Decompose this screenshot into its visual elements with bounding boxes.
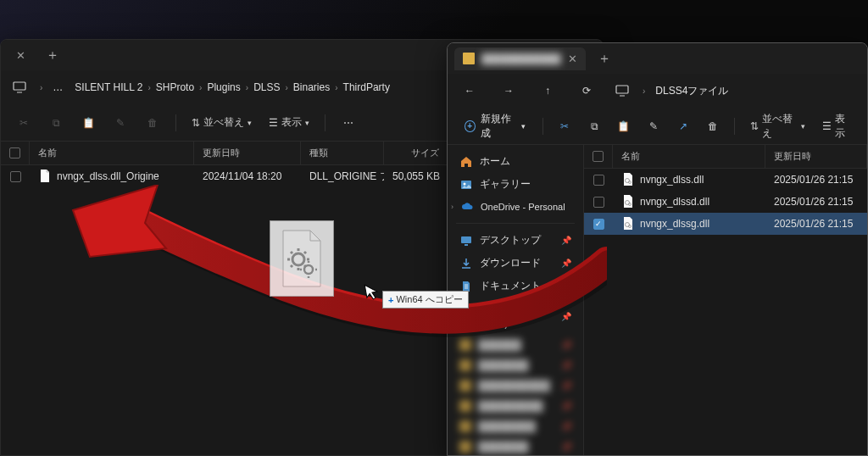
close-icon[interactable]: ✕ <box>16 49 25 62</box>
svg-rect-9 <box>461 314 470 316</box>
file-size: 50,055 KB <box>384 165 448 187</box>
row-checkbox[interactable] <box>10 171 21 182</box>
forward-button[interactable]: → <box>493 77 524 104</box>
sidebar-item-desktop[interactable]: デスクトップ 📌 <box>448 229 583 252</box>
sort-button[interactable]: ⇅ 並べ替え ▾ <box>185 110 259 135</box>
separator <box>325 114 326 131</box>
file-icon <box>38 170 52 183</box>
file-date: 2025/01/26 21:15 <box>765 191 867 213</box>
crumb-item[interactable]: Binaries <box>292 78 331 97</box>
paste-icon[interactable]: 📋 <box>74 112 103 134</box>
column-size[interactable]: サイズ <box>384 142 448 164</box>
cloud-icon <box>460 200 474 214</box>
sidebar-item-gallery[interactable]: ギャラリー <box>448 173 583 196</box>
svg-rect-2 <box>616 86 628 93</box>
disk-icon <box>459 309 471 323</box>
sort-button[interactable]: ⇅ 並べ替え ▾ <box>743 107 812 146</box>
tab-title: ████████████ <box>481 53 561 64</box>
sidebar-item-blurred[interactable]: ███████📌 <box>448 355 583 375</box>
up-button[interactable]: ↑ <box>532 77 563 104</box>
back-button[interactable]: ← <box>454 77 485 104</box>
sidebar-separator <box>456 223 575 224</box>
more-icon[interactable]: ⋯ <box>334 112 363 134</box>
rename-icon[interactable]: ✎ <box>106 112 135 134</box>
column-date[interactable]: 更新日時 <box>765 145 867 168</box>
content-area-right: ホーム ギャラリー › OneDrive - Personal <box>448 145 867 455</box>
column-name[interactable]: 名前 <box>30 142 194 164</box>
drag-preview <box>270 220 334 297</box>
file-date: 2025/01/26 21:15 <box>765 169 867 191</box>
copy-icon[interactable]: ⧉ <box>42 112 70 134</box>
row-checkbox[interactable]: ✓ <box>593 219 604 230</box>
pin-icon: 📌 <box>561 236 571 245</box>
share-icon[interactable]: ↗ <box>670 115 696 137</box>
dll-icon <box>621 173 635 186</box>
sidebar-item-onedrive[interactable]: › OneDrive - Personal <box>448 196 583 218</box>
window-tab[interactable]: ████████████ ✕ <box>454 47 586 70</box>
monitor-icon[interactable] <box>8 74 31 101</box>
view-icon: ☰ <box>269 117 278 129</box>
plus-icon: + <box>388 295 393 305</box>
delete-icon[interactable]: 🗑 <box>138 112 167 134</box>
sidebar-item-blurred[interactable]: ███████📌 <box>448 437 583 455</box>
pin-icon: 📌 <box>561 281 571 291</box>
dll-icon <box>621 217 635 231</box>
svg-rect-6 <box>461 236 471 243</box>
separator <box>542 118 543 135</box>
nav-bar-right: ← → ↑ ⟳ › DLSS4ファイル <box>448 74 867 108</box>
monitor-icon[interactable] <box>610 77 634 104</box>
paste-icon[interactable]: 📋 <box>611 115 637 137</box>
sort-icon: ⇅ <box>192 117 200 129</box>
crumb-item[interactable]: Plugins <box>205 78 242 97</box>
breadcrumb-item[interactable]: DLSS4ファイル <box>654 81 730 102</box>
delete-icon[interactable]: 🗑 <box>699 115 726 137</box>
file-row[interactable]: nvngx_dlssd.dll 2025/01/26 21:15 <box>584 191 867 213</box>
sidebar-item-blurred[interactable]: ██████████📌 <box>448 375 583 396</box>
sidebar-item-home[interactable]: ホーム <box>448 150 583 173</box>
header-checkbox[interactable] <box>584 145 613 168</box>
view-button[interactable]: ☰ 表示 ▾ <box>262 110 316 135</box>
copy-icon[interactable]: ⧉ <box>581 115 608 137</box>
cut-icon[interactable]: ✂ <box>552 115 578 137</box>
column-type[interactable]: 種類 <box>301 142 384 164</box>
sidebar-item-downloads[interactable]: ダウンロード 📌 <box>448 252 583 275</box>
file-name: nvngx_dlssg.dll <box>640 218 709 230</box>
column-date[interactable]: 更新日時 <box>194 142 301 164</box>
column-name[interactable]: 名前 <box>613 145 765 168</box>
file-name: nvngx_dlssd.dll <box>640 196 709 208</box>
breadcrumb-ellipsis[interactable]: … <box>51 78 64 97</box>
new-tab-button[interactable]: ＋ <box>591 47 618 71</box>
svg-rect-7 <box>465 244 468 246</box>
window-tab[interactable]: ✕ <box>8 44 34 67</box>
header-checkbox[interactable] <box>1 142 30 164</box>
row-checkbox[interactable] <box>593 197 604 208</box>
rename-icon[interactable]: ✎ <box>640 115 666 137</box>
crumb-item[interactable]: DLSS <box>252 78 281 97</box>
titlebar-right[interactable]: ████████████ ✕ ＋ <box>448 43 867 74</box>
file-row-selected[interactable]: ✓ nvngx_dlssg.dll 2025/01/26 21:15 <box>584 213 867 235</box>
pin-icon: 📌 <box>561 259 571 268</box>
toolbar-right: + 新規作成 ▾ ✂ ⧉ 📋 ✎ ↗ 🗑 ⇅ 並べ替え ▾ ☰ 表示 <box>448 108 867 145</box>
chevron-right-icon: › <box>40 83 42 92</box>
sidebar-item-blurred[interactable]: █████████📌 <box>448 396 583 416</box>
file-list-header: 名前 更新日時 <box>584 145 867 169</box>
separator <box>734 118 735 135</box>
cut-icon[interactable]: ✂ <box>9 112 38 134</box>
row-checkbox[interactable] <box>593 175 604 186</box>
svg-rect-0 <box>14 82 25 90</box>
sidebar-item-blurred[interactable]: ██████📌 <box>448 335 583 355</box>
refresh-button[interactable]: ⟳ <box>571 77 602 104</box>
separator <box>175 114 176 131</box>
file-list-right: 名前 更新日時 nvngx_dlss.dll 2025/01/26 21:15 <box>584 145 867 455</box>
crumb-item[interactable]: SILENT HILL 2 <box>73 78 144 97</box>
new-tab-button[interactable]: ＋ <box>39 43 66 68</box>
download-icon <box>459 257 473 270</box>
chevron-down-icon: ▾ <box>305 119 309 127</box>
view-button[interactable]: ☰ 表示 <box>815 107 859 146</box>
new-button[interactable]: + 新規作成 ▾ <box>456 107 534 146</box>
sidebar-item-blurred[interactable]: ████████📌 <box>448 416 583 437</box>
crumb-item[interactable]: ThirdParty <box>342 78 392 97</box>
close-icon[interactable]: ✕ <box>568 53 577 65</box>
crumb-item[interactable]: SHProto <box>154 78 196 97</box>
file-row[interactable]: nvngx_dlss.dll 2025/01/26 21:15 <box>584 169 867 191</box>
